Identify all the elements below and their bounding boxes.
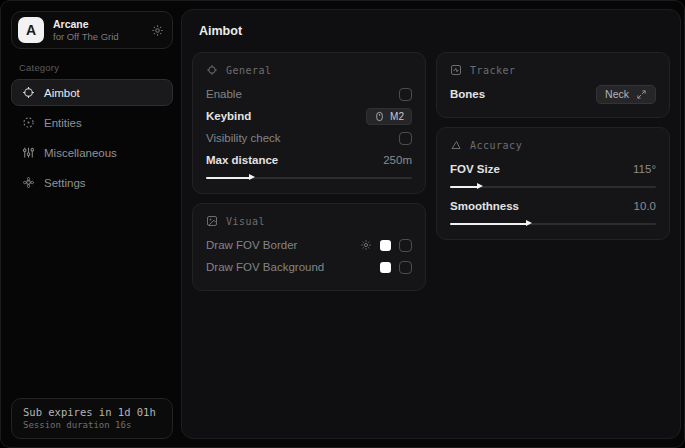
sidebar-item-miscellaneous[interactable]: Miscellaneous (11, 139, 173, 166)
keybind-value: M2 (390, 111, 404, 122)
enable-row: Enable (206, 83, 412, 105)
expand-icon (636, 89, 647, 100)
slider-fill (450, 186, 479, 189)
max-distance-value: 250m (383, 154, 412, 166)
sidebar-nav: Aimbot Entities (11, 79, 173, 196)
app-window: A Arcane for Off The Grid Category (0, 0, 685, 448)
app-subtitle: for Off The Grid (53, 31, 142, 43)
slider-thumb[interactable] (249, 174, 255, 180)
crosshair-icon (22, 86, 35, 99)
app-title-block: Arcane for Off The Grid (53, 18, 142, 43)
panel-columns: General Enable Keybind (192, 52, 670, 291)
session-duration-text: Session duration 16s (23, 420, 161, 430)
slider-fill (206, 177, 251, 180)
sidebar-item-label: Settings (44, 177, 86, 189)
max-distance-label: Max distance (206, 154, 278, 166)
max-distance-row: Max distance 250m (206, 149, 412, 171)
sidebar-item-label: Entities (44, 117, 82, 129)
slider-thumb[interactable] (477, 183, 483, 189)
keybind-row: Keybind M2 (206, 105, 412, 127)
app-logo-card: A Arcane for Off The Grid (11, 11, 173, 49)
angle-icon (450, 139, 462, 151)
enable-checkbox[interactable] (399, 88, 412, 101)
general-panel: General Enable Keybind (192, 52, 426, 194)
activity-icon (450, 64, 462, 76)
app-name: Arcane (53, 18, 142, 31)
app-logo: A (18, 17, 44, 43)
smoothness-label: Smoothness (450, 200, 519, 212)
accuracy-panel-title: Accuracy (470, 140, 522, 151)
smoothness-row: Smoothness 10.0 (450, 195, 656, 217)
fov-border-checkbox[interactable] (399, 239, 412, 252)
bones-label: Bones (450, 88, 485, 100)
fov-size-label: FOV Size (450, 163, 500, 175)
visibility-check-label: Visibility check (206, 132, 281, 144)
right-column: Tracker Bones Neck (436, 52, 670, 240)
bones-select-button[interactable]: Neck (596, 85, 656, 104)
keybind-button[interactable]: M2 (366, 108, 412, 125)
sidebar-item-aimbot[interactable]: Aimbot (11, 79, 173, 106)
sidebar-item-entities[interactable]: Entities (11, 109, 173, 136)
fov-size-slider[interactable] (450, 183, 656, 190)
sub-expiry-text: Sub expires in 1d 01h (23, 406, 161, 418)
slider-fill (450, 223, 528, 226)
sidebar-spacer (11, 196, 173, 398)
image-icon (206, 215, 218, 227)
visibility-check-row: Visibility check (206, 127, 412, 149)
fov-border-controls (360, 239, 412, 252)
accuracy-panel: Accuracy FOV Size 115° Smoothness 10.0 (436, 127, 670, 240)
visual-panel-title: Visual (226, 216, 265, 227)
category-label: Category (19, 62, 173, 73)
draw-fov-border-row: Draw FOV Border (206, 234, 412, 256)
bones-selected-value: Neck (605, 88, 629, 100)
fov-size-value: 115° (633, 163, 656, 175)
bones-row: Bones Neck (450, 83, 656, 105)
max-distance-slider[interactable] (206, 174, 412, 181)
draw-fov-background-label: Draw FOV Background (206, 261, 324, 273)
tracker-panel: Tracker Bones Neck (436, 52, 670, 118)
slider-thumb[interactable] (526, 220, 532, 226)
tracker-panel-title: Tracker (470, 65, 516, 76)
fov-background-controls (380, 261, 412, 274)
mouse-icon (374, 111, 385, 122)
draw-fov-background-row: Draw FOV Background (206, 256, 412, 278)
crosshair-icon (206, 64, 218, 76)
settings-gear-icon[interactable] (151, 24, 164, 37)
keybind-label: Keybind (206, 110, 251, 122)
left-column: General Enable Keybind (192, 52, 426, 291)
fov-border-gear-icon[interactable] (360, 239, 372, 251)
draw-fov-border-label: Draw FOV Border (206, 239, 297, 251)
fov-size-row: FOV Size 115° (450, 158, 656, 180)
sidebar-item-label: Miscellaneous (44, 147, 117, 159)
gear-icon (22, 176, 35, 189)
visual-panel: Visual Draw FOV Border (192, 203, 426, 291)
page-title: Aimbot (199, 24, 670, 38)
subscription-status-card: Sub expires in 1d 01h Session duration 1… (11, 398, 173, 439)
general-panel-header: General (206, 64, 412, 76)
smoothness-slider[interactable] (450, 220, 656, 227)
enable-label: Enable (206, 88, 242, 100)
radar-scan-icon (22, 116, 35, 129)
accuracy-panel-header: Accuracy (450, 139, 656, 151)
fov-border-color-swatch[interactable] (380, 240, 391, 251)
sidebar: A Arcane for Off The Grid Category (1, 1, 181, 447)
sidebar-item-settings[interactable]: Settings (11, 169, 173, 196)
fov-background-color-swatch[interactable] (380, 262, 391, 273)
main-content: Aimbot General (181, 9, 681, 439)
sidebar-item-label: Aimbot (44, 87, 80, 99)
smoothness-value: 10.0 (634, 200, 656, 212)
fov-background-checkbox[interactable] (399, 261, 412, 274)
visual-panel-header: Visual (206, 215, 412, 227)
visibility-check-checkbox[interactable] (399, 132, 412, 145)
sliders-icon (22, 146, 35, 159)
tracker-panel-header: Tracker (450, 64, 656, 76)
general-panel-title: General (226, 65, 272, 76)
